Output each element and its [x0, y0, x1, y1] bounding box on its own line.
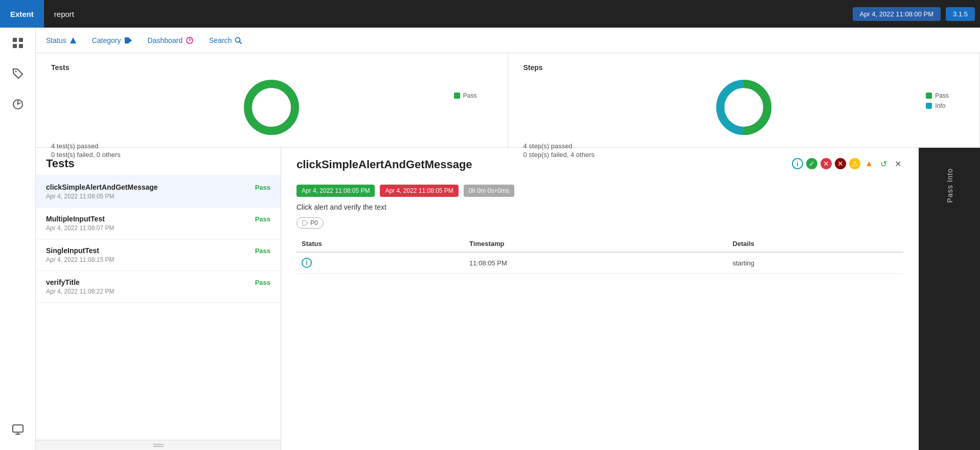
nav-dashboard[interactable]: Dashboard — [148, 36, 194, 44]
test-item-0[interactable]: clickSimpleAlertAndGetMessage Pass Apr 4… — [36, 176, 281, 208]
col-status: Status — [297, 236, 464, 252]
steps-donut-svg — [713, 77, 774, 138]
bottom-split: Tests clickSimpleAlertAndGetMessage Pass… — [36, 148, 980, 450]
steps-legend-pass: Pass — [926, 92, 949, 99]
step-info-icon: i — [302, 258, 312, 268]
action-error-icon[interactable]: ✕ — [835, 158, 846, 169]
steps-pass-dot — [926, 93, 932, 99]
main-area: Status Category Dashboard — [36, 28, 980, 450]
tests-summary-title: Tests — [51, 63, 492, 72]
detail-panel: clickSimpleAlertAndGetMessage i ✓ ✕ ✕ ⚠ — [281, 148, 919, 450]
steps-donut-chart — [713, 77, 774, 138]
action-warning-icon[interactable]: ⚠ — [849, 158, 860, 169]
step-details: starting — [727, 252, 903, 274]
tag-icon — [302, 220, 308, 226]
sidebar-tag-icon[interactable] — [8, 63, 28, 84]
category-label: Category — [92, 36, 121, 44]
pass-into-label: Pass Into — [946, 168, 954, 202]
action-refresh-icon[interactable]: ↺ — [878, 158, 889, 169]
steps-info-label: Info — [935, 102, 945, 109]
category-icon — [124, 37, 132, 44]
tests-pass-dot — [454, 93, 460, 99]
pass-into-panel: Pass Into — [919, 148, 980, 450]
steps-pass-label: Pass — [935, 92, 949, 99]
sidebar-grid-icon[interactable] — [8, 33, 28, 53]
tests-legend: Pass — [454, 92, 477, 99]
layout: Status Category Dashboard — [0, 28, 980, 450]
svg-rect-2 — [13, 44, 17, 48]
steps-summary-title: Steps — [523, 63, 965, 72]
col-details: Details — [727, 236, 903, 252]
icon-sidebar — [0, 28, 36, 450]
tests-stats: 4 test(s) passed 0 test(s) failed, 0 oth… — [51, 142, 492, 160]
nav-status[interactable]: Status — [46, 36, 77, 44]
tests-donut-area: Pass — [51, 77, 492, 138]
report-date: Apr 4, 2022 11:08:00 PM — [853, 7, 941, 21]
test-time-1: Apr 4, 2022 11:08:07 PM — [46, 224, 270, 232]
detail-tag: P0 — [297, 217, 324, 229]
svg-rect-0 — [13, 38, 17, 42]
test-time-0: Apr 4, 2022 11:08:05 PM — [46, 193, 270, 200]
tests-donut-svg — [241, 77, 302, 138]
detail-description: Click alert and verify the text — [297, 203, 903, 211]
status-label: Status — [46, 36, 66, 44]
version-badge: 3.1.5 — [946, 7, 975, 21]
steps-passed-count: 4 step(s) passed — [523, 142, 965, 150]
nav-search[interactable]: Search — [209, 36, 242, 44]
svg-point-4 — [15, 71, 16, 73]
status-icon — [70, 37, 77, 44]
steps-info-dot — [926, 103, 932, 109]
col-timestamp: Timestamp — [464, 236, 727, 252]
test-status-3: Pass — [255, 279, 270, 286]
test-item-3[interactable]: verifyTitle Pass Apr 4, 2022 11:08:22 PM — [36, 271, 281, 303]
steps-stats: 4 step(s) passed 0 step(s) failed, 4 oth… — [523, 142, 965, 160]
detail-badge-end: Apr 4, 2022 11:08:05 PM — [380, 185, 458, 197]
resize-icon — [153, 443, 164, 448]
sidebar-monitor-icon[interactable] — [8, 419, 28, 440]
search-icon — [235, 37, 242, 44]
test-status-0: Pass — [255, 184, 270, 191]
action-icons: i ✓ ✕ ✕ ⚠ ▲ ↺ — [792, 158, 903, 169]
tests-donut-chart — [241, 77, 302, 138]
tests-passed-count: 4 test(s) passed — [51, 142, 492, 150]
test-name-2: SingleInputTest — [46, 246, 99, 255]
detail-badge-duration: 0h 0m 0s+0ms — [464, 185, 514, 197]
tests-legend-pass: Pass — [454, 92, 477, 99]
action-fail-icon[interactable]: ✕ — [821, 158, 832, 169]
svg-rect-1 — [19, 38, 23, 42]
search-label: Search — [209, 36, 232, 44]
tag-label: P0 — [310, 219, 318, 227]
resize-handle[interactable] — [36, 440, 281, 450]
step-timestamp: 11:08:05 PM — [464, 252, 727, 274]
tests-list-panel: Tests clickSimpleAlertAndGetMessage Pass… — [36, 148, 281, 450]
tests-summary-panel: Tests Pass — [36, 53, 508, 147]
steps-legend: Pass Info — [926, 92, 949, 109]
test-item-2[interactable]: SingleInputTest Pass Apr 4, 2022 11:08:1… — [36, 239, 281, 271]
test-time-3: Apr 4, 2022 11:08:22 PM — [46, 288, 270, 295]
svg-point-12 — [256, 92, 287, 123]
test-name-3: verifyTitle — [46, 278, 80, 286]
extent-logo: Extent — [0, 0, 44, 28]
action-alert-icon[interactable]: ▲ — [863, 158, 875, 169]
nav-bar: Status Category Dashboard — [36, 28, 980, 53]
step-status-cell: i — [297, 252, 464, 274]
svg-line-10 — [240, 41, 242, 43]
detail-badges: Apr 4, 2022 11:08:05 PM Apr 4, 2022 11:0… — [297, 185, 903, 197]
report-title: report — [44, 10, 853, 18]
dashboard-label: Dashboard — [148, 36, 183, 44]
sidebar-dashboard-icon[interactable] — [8, 94, 28, 115]
action-info-icon[interactable]: i — [792, 158, 803, 169]
detail-badge-start: Apr 4, 2022 11:08:05 PM — [297, 185, 375, 197]
action-pass-icon[interactable]: ✓ — [806, 158, 817, 169]
svg-marker-7 — [70, 37, 76, 43]
tests-pass-label: Pass — [463, 92, 477, 99]
action-close-icon[interactable]: ✕ — [892, 158, 903, 169]
svg-rect-6 — [13, 425, 23, 432]
test-item-1[interactable]: MultipleInputTest Pass Apr 4, 2022 11:08… — [36, 208, 281, 239]
nav-category[interactable]: Category — [92, 36, 132, 44]
test-status-1: Pass — [255, 215, 270, 223]
top-bar: Extent report Apr 4, 2022 11:08:00 PM 3.… — [0, 0, 980, 28]
svg-rect-3 — [19, 44, 23, 48]
steps-donut-area: Pass Info — [523, 77, 965, 138]
dashboard-icon — [186, 37, 194, 44]
